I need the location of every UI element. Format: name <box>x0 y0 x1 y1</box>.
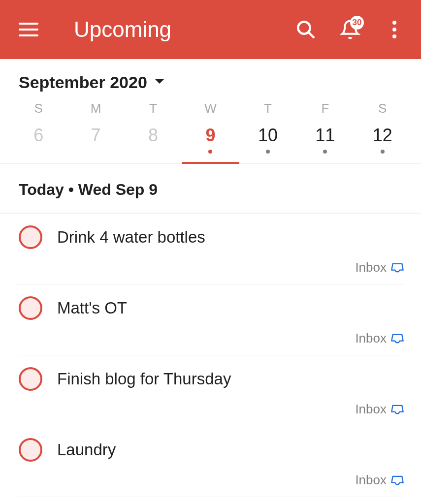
task-meta: Inbox <box>19 331 404 346</box>
task-item[interactable]: Matt's OTInbox <box>17 284 404 355</box>
day-column[interactable]: T10 <box>239 101 296 163</box>
day-dot <box>208 150 212 154</box>
project-label: Inbox <box>355 331 387 346</box>
inbox-icon <box>390 404 404 415</box>
notification-badge: 30 <box>350 16 364 30</box>
task-meta: Inbox <box>19 472 404 488</box>
week-strip: S6M7T8W9T10F11S12 <box>0 101 421 164</box>
day-letter: F <box>321 101 329 116</box>
task-item[interactable]: Finish blog for ThursdayInbox <box>17 355 404 426</box>
day-number: 11 <box>315 125 335 146</box>
day-column[interactable]: S12 <box>354 101 411 163</box>
day-letter: S <box>34 101 43 116</box>
notification-icon[interactable]: 30 <box>338 18 362 41</box>
day-dot <box>266 150 270 154</box>
day-column[interactable]: T8 <box>125 101 182 163</box>
selected-underline <box>182 162 239 164</box>
task-checkbox[interactable] <box>19 296 42 320</box>
day-dot <box>381 150 385 154</box>
app-header: Upcoming 30 <box>0 0 421 59</box>
inbox-icon <box>390 262 404 274</box>
project-label: Inbox <box>355 402 387 417</box>
day-number: 9 <box>205 125 215 146</box>
chevron-down-icon <box>154 78 165 87</box>
day-dot <box>94 150 98 154</box>
header-actions: 30 <box>294 18 406 41</box>
task-checkbox[interactable] <box>19 438 42 462</box>
day-column[interactable]: F11 <box>296 101 354 163</box>
task-meta: Inbox <box>19 402 404 417</box>
day-column[interactable]: W9 <box>182 101 239 163</box>
task-checkbox[interactable] <box>19 225 42 249</box>
more-icon[interactable] <box>383 18 406 41</box>
day-number: 6 <box>33 125 43 146</box>
task-top-row: Finish blog for Thursday <box>19 367 404 391</box>
day-number: 7 <box>91 125 101 146</box>
section-header: Today • Wed Sep 9 <box>0 164 421 214</box>
task-item[interactable]: LaundryInbox <box>17 426 404 497</box>
task-title: Finish blog for Thursday <box>57 370 231 388</box>
day-number: 12 <box>373 125 392 146</box>
day-letter: S <box>378 101 387 116</box>
day-dot <box>151 150 155 154</box>
day-letter: W <box>204 101 217 116</box>
page-title: Upcoming <box>74 17 294 42</box>
inbox-icon <box>390 333 404 345</box>
day-letter: T <box>264 101 272 116</box>
search-icon[interactable] <box>294 18 318 41</box>
project-label: Inbox <box>355 472 387 488</box>
day-column[interactable]: M7 <box>67 101 124 163</box>
month-selector[interactable]: September 2020 <box>0 59 421 101</box>
day-column[interactable]: S6 <box>10 101 67 163</box>
task-top-row: Drink 4 water bottles <box>19 225 404 249</box>
day-dot <box>323 150 327 154</box>
task-top-row: Matt's OT <box>19 296 404 320</box>
task-top-row: Laundry <box>19 438 404 462</box>
day-number: 8 <box>148 125 158 146</box>
task-checkbox[interactable] <box>19 367 42 391</box>
task-list: Drink 4 water bottlesInboxMatt's OTInbox… <box>0 214 421 497</box>
day-number: 10 <box>258 125 278 146</box>
task-title: Laundry <box>57 441 116 459</box>
project-label: Inbox <box>355 260 387 275</box>
day-letter: M <box>91 101 101 116</box>
day-dot <box>36 150 40 154</box>
month-label: September 2020 <box>19 73 147 92</box>
task-title: Drink 4 water bottles <box>57 228 205 247</box>
task-item[interactable]: Drink 4 water bottlesInbox <box>17 214 404 284</box>
task-title: Matt's OT <box>57 299 127 317</box>
inbox-icon <box>390 474 404 486</box>
task-meta: Inbox <box>19 260 404 275</box>
day-letter: T <box>149 101 157 116</box>
menu-icon[interactable] <box>19 19 40 40</box>
svg-line-1 <box>308 32 314 37</box>
